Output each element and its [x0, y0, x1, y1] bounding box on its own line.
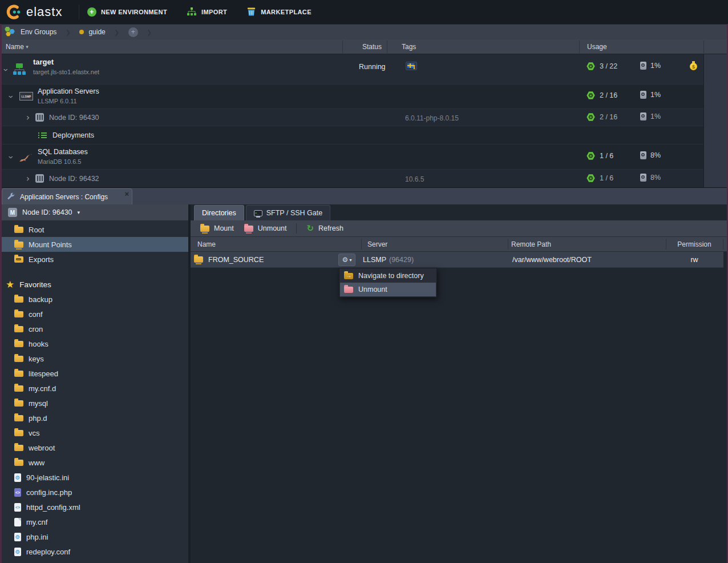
- column-header-name[interactable]: Name: [197, 237, 216, 251]
- sidebar-item-backup[interactable]: backup: [0, 292, 188, 307]
- node-selector-label: Node ID: 96430: [22, 208, 72, 216]
- sidebar-item-cron[interactable]: cron: [0, 321, 188, 336]
- configs-panel-tab[interactable]: Application Servers : Configs ×: [2, 188, 132, 204]
- marketplace-button[interactable]: MARKETPLACE: [246, 7, 312, 17]
- env-row-deployments[interactable]: Deployments: [0, 126, 703, 144]
- region-flag-tag-icon[interactable]: [406, 62, 417, 70]
- disk-icon: [640, 174, 646, 182]
- collapse-chevron-icon[interactable]: ›: [6, 156, 15, 159]
- disk-usage: 8%: [640, 174, 661, 182]
- refresh-button[interactable]: ↻ Refresh: [301, 222, 348, 235]
- add-group-button[interactable]: +: [128, 27, 138, 37]
- breadcrumb: Env Groups › guide › + ›: [0, 24, 728, 39]
- cloudlet-usage: 1 / 6: [587, 174, 613, 182]
- menu-item-navigate-to-directory[interactable]: → Navigate to directory: [340, 269, 436, 283]
- disk-usage: 1%: [640, 91, 661, 99]
- column-header-name[interactable]: Name ▾: [6, 39, 29, 54]
- sidebar-item-90-jelastic-ini[interactable]: 90-jelastic.ini: [0, 470, 188, 485]
- folder-icon: [14, 296, 23, 303]
- breadcrumb-env-groups[interactable]: Env Groups: [0, 27, 56, 38]
- node-name: Node ID: 96432: [49, 175, 99, 183]
- disk-usage: 8%: [640, 151, 661, 159]
- navigate-folder-icon: →: [344, 273, 353, 279]
- ini-file-icon: [14, 533, 21, 541]
- breadcrumb-root-label: Env Groups: [21, 28, 56, 36]
- topbar-separator: [79, 5, 79, 19]
- favorites-label: Favorites: [19, 280, 51, 289]
- env-row-target[interactable]: › target target.jls-sto1.elastx.net Runn…: [0, 54, 703, 85]
- env-row-app-servers[interactable]: › LLSMP Application Servers LLSMP 6.0.11…: [0, 85, 703, 109]
- refresh-icon: ↻: [306, 224, 314, 233]
- folder-icon: [14, 227, 23, 233]
- column-header-server[interactable]: Server: [367, 237, 387, 251]
- collapse-chevron-icon[interactable]: ›: [6, 95, 15, 99]
- breadcrumb-group-guide[interactable]: guide: [79, 28, 105, 36]
- menu-item-unmount[interactable]: Unmount: [340, 283, 436, 296]
- close-icon[interactable]: ×: [124, 190, 129, 198]
- unmount-button[interactable]: Unmount: [239, 222, 292, 235]
- configs-content: Directories SFTP / SSH Gate Mount Unmoun: [191, 204, 727, 563]
- mount-row-from-source[interactable]: FROM_SOURCE ⚙ ▾ LLSMP (96429) /var/www/w…: [191, 252, 723, 268]
- column-header-remote-path[interactable]: Remote Path: [511, 237, 551, 251]
- import-button[interactable]: IMPORT: [187, 7, 227, 17]
- cloudlet-usage: 3 / 22: [587, 62, 617, 70]
- node-selector[interactable]: M Node ID: 96430 ▾: [0, 204, 188, 221]
- sidebar-item-vcs[interactable]: vcs: [0, 425, 188, 440]
- panel-tabbar: Application Servers : Configs ×: [0, 188, 728, 204]
- node-version-tag: 10.6.5: [405, 175, 424, 183]
- elastx-logo-icon: [6, 4, 22, 20]
- env-status: Running: [359, 63, 386, 71]
- sidebar-item-hooks[interactable]: hooks: [0, 336, 188, 351]
- exports-folder-icon: [14, 256, 23, 263]
- tab-directories[interactable]: Directories: [194, 205, 244, 220]
- expand-chevron-icon[interactable]: ›: [26, 114, 30, 122]
- sidebar-item-www[interactable]: www: [0, 455, 188, 470]
- configs-sidebar: M Node ID: 96430 ▾ Root Mount Points Exp…: [0, 204, 188, 563]
- sidebar-item-my-cnf-d[interactable]: my.cnf.d: [0, 381, 188, 396]
- tab-sftp-ssh-gate[interactable]: SFTP / SSH Gate: [246, 205, 330, 220]
- new-environment-button[interactable]: + NEW ENVIRONMENT: [87, 7, 167, 17]
- folder-icon: [14, 311, 23, 317]
- sidebar-item-httpd-config-xml[interactable]: httpd_config.xml: [0, 500, 188, 514]
- sidebar-item-exports[interactable]: Exports: [0, 252, 188, 267]
- layer-name: SQL Databases: [38, 148, 88, 156]
- env-row-node-96430[interactable]: › Node ID: 96430 6.0.11-php-8.0.15 2 / 1…: [0, 109, 703, 126]
- sidebar-item-mysql[interactable]: mysql: [0, 396, 188, 411]
- file-icon: [14, 518, 21, 526]
- sidebar-item-conf[interactable]: conf: [0, 307, 188, 321]
- sidebar-item-my-cnf[interactable]: my.cnf: [0, 514, 188, 529]
- env-row-sql-databases[interactable]: › SQL Databases MariaDB 10.6.5 1 / 6 8%: [0, 144, 703, 170]
- column-header-tags[interactable]: Tags: [402, 39, 416, 54]
- php-file-icon: [14, 488, 21, 497]
- jelastic-dashboard: elastx + NEW ENVIRONMENT IMPORT MARKETPL…: [0, 0, 728, 563]
- cloudlet-hexagon-icon: [587, 91, 595, 99]
- column-header-permission[interactable]: Permission: [666, 237, 723, 251]
- sidebar-item-mount-points[interactable]: Mount Points: [0, 237, 188, 252]
- env-row-node-96432[interactable]: › Node ID: 96432 10.6.5 1 / 6 8%: [0, 170, 703, 187]
- column-header-status[interactable]: Status: [362, 39, 382, 54]
- wrench-icon: [7, 192, 15, 201]
- column-header-usage[interactable]: Usage: [587, 39, 607, 54]
- sidebar-item-config-inc-php[interactable]: config.inc.php: [0, 485, 188, 500]
- deployments-label: Deployments: [52, 131, 94, 139]
- cloudlet-usage: 1 / 6: [587, 152, 613, 160]
- sidebar-item-php-ini[interactable]: php.ini: [0, 529, 188, 544]
- sidebar-item-redeploy-conf[interactable]: redeploy.conf: [0, 544, 188, 559]
- expand-chevron-icon[interactable]: ›: [26, 175, 30, 183]
- row-actions-gear-button[interactable]: ⚙ ▾: [338, 254, 355, 266]
- mount-server-id: (96429): [389, 256, 414, 264]
- sidebar-item-php-d[interactable]: php.d: [0, 411, 188, 425]
- sidebar-item-root[interactable]: Root: [0, 222, 188, 237]
- sidebar-item-webroot[interactable]: webroot: [0, 440, 188, 455]
- collapse-chevron-icon[interactable]: ›: [1, 69, 10, 72]
- sidebar-item-litespeed[interactable]: litespeed: [0, 366, 188, 381]
- mariadb-icon: [18, 152, 33, 162]
- billing-money-icon[interactable]: [689, 61, 698, 71]
- env-table-gutter: [703, 54, 727, 187]
- file-tree: Root Mount Points Exports ★ Favorites ba…: [0, 221, 188, 563]
- sidebar-item-keys[interactable]: keys: [0, 351, 188, 366]
- import-icon: [187, 7, 197, 17]
- env-domain[interactable]: target.jls-sto1.elastx.net: [33, 69, 99, 75]
- mount-button[interactable]: Mount: [195, 222, 239, 235]
- elastx-logo[interactable]: elastx: [0, 4, 74, 20]
